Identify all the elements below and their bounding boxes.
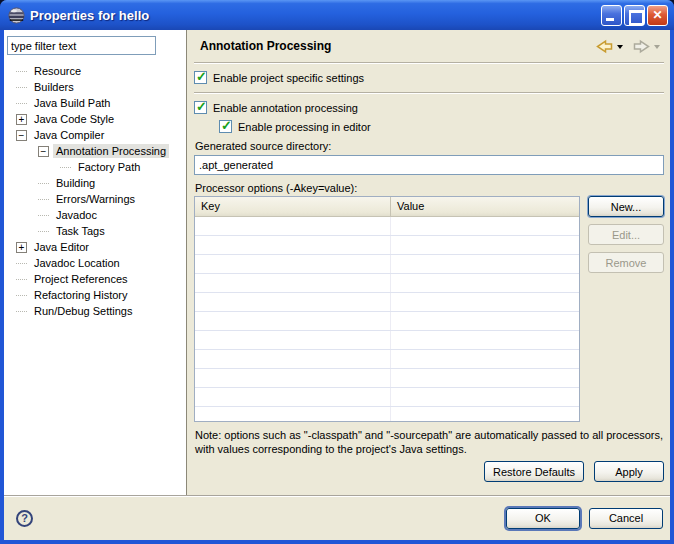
ok-button[interactable]: OK <box>506 508 580 529</box>
edit-button[interactable]: Edit... <box>588 224 664 245</box>
close-button[interactable] <box>647 5 668 26</box>
tree-item-resource[interactable]: Resource <box>4 63 186 79</box>
sidebar: ResourceBuildersJava Build Path+Java Cod… <box>4 30 187 495</box>
value-column-header[interactable]: Value <box>391 197 430 216</box>
eclipse-icon <box>8 7 25 24</box>
new-button[interactable]: New... <box>588 196 664 217</box>
minimize-button[interactable] <box>601 5 622 26</box>
tree-connector-line <box>38 231 49 232</box>
tree-connector-line <box>38 199 49 200</box>
key-cell <box>195 388 391 406</box>
tree-item-javadoc[interactable]: Javadoc <box>4 207 186 223</box>
tree-item-label: Task Tags <box>53 224 108 238</box>
note-text: Note: options such as "-classpath" and "… <box>194 428 668 456</box>
titlebar[interactable]: Properties for hello <box>0 0 674 30</box>
tree-connector-line <box>38 215 49 216</box>
tree-item-factory-path[interactable]: Factory Path <box>4 159 186 175</box>
enable-annotation-processing-checkbox[interactable]: Enable annotation processing <box>194 101 664 114</box>
tree-item-label: Javadoc Location <box>31 256 123 270</box>
tree-item-building[interactable]: Building <box>4 175 186 191</box>
table-row[interactable] <box>195 407 579 422</box>
processor-options-label: Processor options (-Akey=value): <box>194 182 664 194</box>
properties-dialog: Properties for hello ResourceBuildersJav… <box>0 0 674 544</box>
processor-options-table-body <box>195 217 579 422</box>
separator <box>194 92 664 93</box>
content-panel: Annotation Processing Enable p <box>187 30 670 495</box>
maximize-button[interactable] <box>624 5 645 26</box>
apply-button[interactable]: Apply <box>594 461 664 482</box>
generated-source-directory-input[interactable] <box>194 155 664 175</box>
tree-item-java-code-style[interactable]: +Java Code Style <box>4 111 186 127</box>
tree-item-task-tags[interactable]: Task Tags <box>4 223 186 239</box>
tree-connector-line <box>16 71 27 72</box>
tree-item-java-build-path[interactable]: Java Build Path <box>4 95 186 111</box>
tree-connector-line <box>60 167 71 168</box>
generated-source-directory-label: Generated source directory: <box>194 140 664 152</box>
table-row[interactable] <box>195 369 579 388</box>
key-cell <box>195 217 391 235</box>
checkbox-label: Enable annotation processing <box>213 102 358 114</box>
key-cell <box>195 331 391 349</box>
filter-input[interactable] <box>7 36 156 55</box>
tree-connector-line <box>16 279 27 280</box>
help-icon[interactable]: ? <box>16 510 33 527</box>
enable-project-specific-settings-checkbox[interactable]: Enable project specific settings <box>194 71 664 84</box>
restore-defaults-button[interactable]: Restore Defaults <box>484 461 584 482</box>
key-cell <box>195 236 391 254</box>
tree-item-errors-warnings[interactable]: Errors/Warnings <box>4 191 186 207</box>
tree-item-label: Project References <box>31 272 131 286</box>
tree-item-annotation-processing[interactable]: −Annotation Processing <box>4 143 186 159</box>
back-icon[interactable] <box>595 38 614 55</box>
tree-item-label: Java Editor <box>31 240 92 254</box>
tree-item-run-debug-settings[interactable]: Run/Debug Settings <box>4 303 186 319</box>
tree-item-label: Java Compiler <box>31 128 107 142</box>
page-header: Annotation Processing <box>194 30 664 63</box>
enable-processing-in-editor-checkbox[interactable]: Enable processing in editor <box>219 120 664 133</box>
table-row[interactable] <box>195 331 579 350</box>
tree-item-project-references[interactable]: Project References <box>4 271 186 287</box>
checkbox-label: Enable processing in editor <box>238 121 371 133</box>
table-row[interactable] <box>195 312 579 331</box>
cancel-button[interactable]: Cancel <box>589 508 663 529</box>
tree-connector-line <box>16 87 27 88</box>
key-column-header[interactable]: Key <box>195 197 391 216</box>
table-row[interactable] <box>195 274 579 293</box>
table-row[interactable] <box>195 350 579 369</box>
table-row[interactable] <box>195 293 579 312</box>
processor-options-table[interactable]: Key Value <box>194 196 580 422</box>
tree-connector-line <box>38 183 49 184</box>
tree-item-java-compiler[interactable]: −Java Compiler <box>4 127 186 143</box>
checkbox-icon[interactable] <box>194 101 207 114</box>
tree-item-javadoc-location[interactable]: Javadoc Location <box>4 255 186 271</box>
tree-item-builders[interactable]: Builders <box>4 79 186 95</box>
tree-item-label: Errors/Warnings <box>53 192 138 206</box>
remove-button[interactable]: Remove <box>588 252 664 273</box>
table-row[interactable] <box>195 255 579 274</box>
collapse-icon[interactable]: − <box>16 130 27 141</box>
tree-item-label: Factory Path <box>75 160 143 174</box>
forward-dropdown-icon[interactable] <box>654 45 660 49</box>
tree-item-refactoring-history[interactable]: Refactoring History <box>4 287 186 303</box>
table-header: Key Value <box>195 197 579 217</box>
checkbox-icon[interactable] <box>219 120 232 133</box>
expand-icon[interactable]: + <box>16 242 27 253</box>
tree-item-label: Resource <box>31 64 84 78</box>
table-row[interactable] <box>195 236 579 255</box>
table-row[interactable] <box>195 388 579 407</box>
key-cell <box>195 312 391 330</box>
key-cell <box>195 350 391 368</box>
key-cell <box>195 255 391 273</box>
key-cell <box>195 407 391 422</box>
checkbox-icon[interactable] <box>194 71 207 84</box>
tree-item-label: Java Code Style <box>31 112 117 126</box>
tree-item-java-editor[interactable]: +Java Editor <box>4 239 186 255</box>
table-row[interactable] <box>195 217 579 236</box>
expand-icon[interactable]: + <box>16 114 27 125</box>
forward-icon[interactable] <box>632 38 651 55</box>
back-dropdown-icon[interactable] <box>617 45 623 49</box>
key-cell <box>195 274 391 292</box>
processor-options-buttons: New...Edit...Remove <box>588 196 664 422</box>
bottom-bar: ? OK Cancel <box>4 495 670 540</box>
tree-connector-line <box>16 263 27 264</box>
collapse-icon[interactable]: − <box>38 146 49 157</box>
